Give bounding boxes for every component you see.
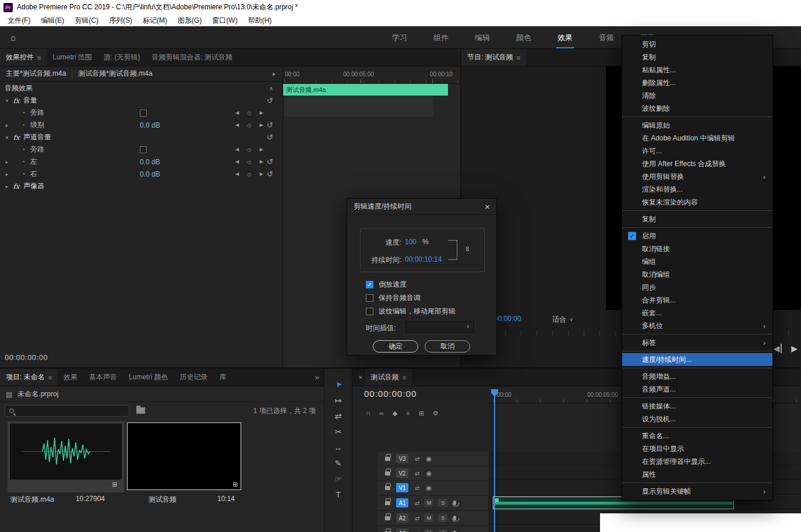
checkbox[interactable] [366, 294, 373, 302]
panel-tab-0[interactable]: 项目: 未命名≡ [0, 369, 58, 386]
playhead[interactable] [494, 389, 495, 532]
expand-caret-icon[interactable]: ▸ [3, 122, 10, 128]
checkbox[interactable]: ✓ [366, 281, 373, 288]
previous-keyframe-icon[interactable]: ◀ [235, 110, 239, 115]
next-keyframe-icon[interactable]: ▶ [260, 171, 263, 177]
menubar-item-5[interactable]: 图形(G) [172, 16, 207, 26]
context-menu-item-3-7[interactable]: 多机位› [622, 319, 772, 332]
checkbox[interactable] [366, 308, 373, 315]
project-item-audio[interactable]: ⊞ [8, 421, 124, 492]
reset-icon[interactable]: ↺ [267, 157, 273, 166]
workspace-tab-4[interactable]: 效果 [557, 33, 573, 43]
workspace-tab-1[interactable]: 组件 [433, 33, 449, 43]
track-target-A2[interactable]: A2 [396, 513, 408, 523]
next-keyframe-icon[interactable]: ▶ [260, 122, 263, 128]
solo-button-A1[interactable]: S [438, 499, 447, 507]
expand-caret-icon[interactable]: ▸ [3, 171, 10, 177]
project-item-video[interactable]: ⊞ [126, 421, 242, 492]
project-file-row[interactable]: ▤ 未命名.prproj [0, 387, 324, 402]
ok-button[interactable]: 确定 [373, 340, 418, 353]
next-keyframe-icon[interactable]: ▶ [260, 147, 263, 152]
context-menu-item-6-1[interactable]: 音频声道... [622, 383, 772, 396]
context-menu-item-0-5[interactable]: 波纹删除 [622, 102, 772, 115]
context-menu-item-8-0[interactable]: 重命名... [622, 429, 772, 442]
context-menu-item-5-0[interactable]: 速度/持续时间... [622, 353, 772, 366]
context-menu-item-3-1[interactable]: 取消链接 [622, 242, 772, 255]
fx-icon[interactable]: fx [10, 182, 22, 191]
master-clip-label[interactable]: 主要*测试音频.m4a [6, 69, 66, 79]
type-tool-icon[interactable]: T [336, 491, 341, 499]
stopwatch-icon[interactable]: ◔ [17, 146, 29, 153]
param-checkbox[interactable] [140, 110, 147, 117]
reset-icon[interactable]: ↺ [267, 96, 273, 105]
fx-icon[interactable]: fx [10, 133, 22, 142]
ripple-edit-tool-icon[interactable]: ⇄ [335, 412, 342, 420]
hand-tool-icon[interactable]: ☞ [334, 475, 342, 483]
step-back-icon[interactable]: ◀ [773, 344, 782, 353]
speed-value[interactable]: 100 [405, 238, 417, 246]
param-checkbox[interactable] [140, 146, 147, 153]
item-name[interactable]: 测试音频.m4a [10, 495, 54, 505]
search-input[interactable] [18, 407, 117, 415]
audio-clip-bar[interactable]: 测试音频.m4a [283, 84, 448, 96]
track-select-forward-tool-icon[interactable]: ↦ [335, 396, 342, 404]
context-menu-item-0-1[interactable]: 复制 [622, 51, 772, 64]
context-menu-item-0-4[interactable]: 清除 [622, 89, 772, 102]
previous-keyframe-icon[interactable]: ◀ [235, 159, 239, 164]
context-menu-item-1-4[interactable]: 使用剪辑替换› [622, 170, 772, 183]
sync-lock-icon[interactable]: ⇄ [415, 530, 419, 532]
expand-caret-icon[interactable]: ▸ [3, 184, 10, 189]
panel-tab-2[interactable]: 源: (无剪辑) [98, 49, 146, 66]
panel-tab-1[interactable]: 效果 [58, 369, 83, 386]
track-lock-icon[interactable] [385, 516, 390, 520]
show-timeline-toggle-icon[interactable]: ▸ [273, 71, 276, 77]
context-menu-item-3-3[interactable]: 取消编组 [622, 268, 772, 281]
search-box[interactable] [5, 405, 129, 417]
pen-tool-icon[interactable]: ✎ [335, 459, 342, 467]
menubar-item-4[interactable]: 标记(M) [137, 16, 172, 26]
track-target-V2[interactable]: V2 [396, 468, 408, 478]
stopwatch-icon[interactable]: ◔ [17, 158, 29, 165]
item-name[interactable]: 测试音频 [149, 495, 177, 505]
home-icon[interactable]: ⌂ [10, 33, 16, 43]
mini-timeline-ruler[interactable]: 00:0000:00:05:0000:00:10 [283, 66, 460, 84]
new-bin-icon[interactable] [136, 407, 145, 414]
context-menu-item-1-0[interactable]: 编辑原始 [622, 119, 772, 132]
panel-menu-icon[interactable]: ≡ [48, 374, 52, 381]
menubar-item-2[interactable]: 剪辑(C) [69, 16, 104, 26]
stopwatch-icon[interactable]: ◔ [17, 171, 29, 177]
track-target-V1[interactable]: V1 [396, 483, 408, 492]
context-menu-item-4-0[interactable]: 标签› [622, 336, 772, 349]
expand-caret-icon[interactable]: ▾ [3, 135, 10, 140]
voiceover-record-icon[interactable] [453, 501, 456, 505]
sequence-clip-label[interactable]: 测试音频*测试音频.m4a [78, 69, 152, 79]
effect-controls-timecode[interactable]: 00:00:00:00 [5, 353, 48, 362]
context-menu-item-0-0[interactable]: 剪切 [622, 38, 772, 51]
add-keyframe-icon[interactable]: ◇ [248, 171, 252, 177]
sync-lock-icon[interactable]: ⇄ [415, 456, 419, 462]
toggle-track-output-icon[interactable]: ◉ [426, 455, 432, 463]
sync-lock-icon[interactable]: ⇄ [415, 515, 419, 522]
razor-tool-icon[interactable]: ✂ [335, 428, 342, 436]
time-interpolation-dropdown[interactable]: ∨ [405, 321, 474, 333]
slip-tool-icon[interactable]: ↔ [334, 443, 343, 452]
zoom-level-dropdown[interactable]: 适合 ∨ [552, 315, 573, 325]
menubar-item-3[interactable]: 序列(S) [104, 16, 137, 26]
program-timecode[interactable]: 00:00:00 [494, 315, 521, 323]
track-target-A1[interactable]: A1 [396, 498, 408, 508]
toggle-track-output-icon[interactable]: ◉ [426, 484, 432, 492]
solo-button-A3[interactable]: S [438, 529, 447, 532]
context-menu-item-8-1[interactable]: 在项目中显示 [622, 442, 772, 455]
reset-icon[interactable]: ↺ [267, 170, 273, 178]
panel-tab-3[interactable]: 音频剪辑混合器: 测试音频 [146, 49, 238, 66]
menubar-item-7[interactable]: 帮助(H) [243, 16, 277, 26]
workspace-tab-2[interactable]: 编辑 [475, 33, 490, 43]
reset-icon[interactable]: ↺ [267, 121, 273, 129]
context-menu-item-1-2[interactable]: 许可... [622, 145, 772, 157]
context-menu-item-1-6[interactable]: 恢复未渲染的内容 [622, 196, 772, 209]
panel-tab-1[interactable]: Lumetri 范围 [47, 49, 97, 66]
workspace-tab-3[interactable]: 颜色 [516, 33, 531, 43]
context-menu-item-9-0[interactable]: 显示剪辑关键帧› [622, 485, 772, 498]
selection-tool-icon[interactable]: ➤ [333, 379, 343, 390]
context-menu-item-8-2[interactable]: 在资源管理器中显示... [622, 455, 772, 468]
